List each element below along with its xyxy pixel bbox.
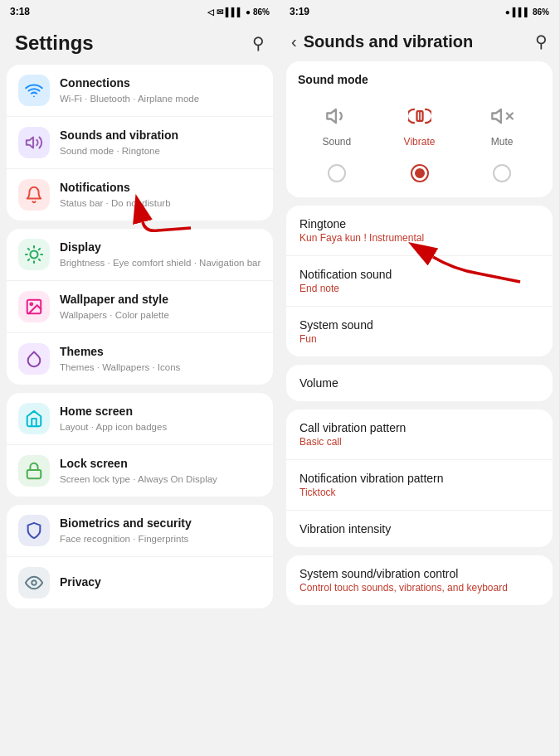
radio-vibrate-inner xyxy=(415,168,425,178)
radio-mute[interactable] xyxy=(493,164,511,182)
settings-title: Settings xyxy=(15,32,94,55)
settings-item-themes[interactable]: Themes Themes · Wallpapers · Icons xyxy=(7,333,273,385)
volume-title: Volume xyxy=(299,376,539,390)
sound-mode-label: Sound mode xyxy=(298,73,541,86)
settings-search-icon[interactable]: ⚲ xyxy=(252,33,265,53)
system-sound-value: Fun xyxy=(299,333,539,345)
call-vibration-item[interactable]: Call vibration pattern Basic call xyxy=(286,410,553,460)
svg-marker-19 xyxy=(493,109,502,123)
ringtone-group-card: Ringtone Kun Faya kun ! Instrumental Not… xyxy=(286,206,553,356)
settings-item-sounds[interactable]: Sounds and vibration Sound mode · Ringto… xyxy=(7,117,273,169)
home-title: Home screen xyxy=(60,404,261,419)
settings-group-1: Connections Wi-Fi · Bluetooth · Airplane… xyxy=(7,65,273,220)
connections-title: Connections xyxy=(60,75,261,90)
vibration-card: Call vibration pattern Basic call Notifi… xyxy=(286,410,553,547)
sounds-search-icon[interactable]: ⚲ xyxy=(535,32,548,51)
volume-item[interactable]: Volume xyxy=(286,365,553,401)
ringtone-item[interactable]: Ringtone Kun Faya kun ! Instrumental xyxy=(286,206,553,256)
left-phone-panel: 3:18 ◁ ✉ ▌▌▌ ● 86% Settings ⚲ xyxy=(0,0,280,756)
settings-item-biometrics[interactable]: Biometrics and security Face recognition… xyxy=(7,505,273,557)
sound-mode-btn-sound[interactable]: Sound xyxy=(298,98,376,153)
back-icon[interactable]: ‹ xyxy=(291,32,297,51)
r-wifi-icon: ● xyxy=(505,7,510,17)
privacy-title: Privacy xyxy=(60,574,261,589)
vibration-intensity-item[interactable]: Vibration intensity xyxy=(286,511,553,547)
signal-icon: ▌▌▌ xyxy=(226,7,243,17)
sound-mode-btn-mute[interactable]: Mute xyxy=(463,98,541,153)
settings-item-home[interactable]: Home screen Layout · App icon badges xyxy=(7,393,273,445)
location-icon: ◁ xyxy=(207,7,214,17)
connections-text: Connections Wi-Fi · Bluetooth · Airplane… xyxy=(60,75,261,104)
settings-list: Connections Wi-Fi · Bluetooth · Airplane… xyxy=(0,65,280,756)
radio-sound[interactable] xyxy=(328,164,346,182)
radio-vibrate[interactable] xyxy=(411,164,429,182)
display-icon xyxy=(18,239,50,270)
left-panel-wrapper: 3:18 ◁ ✉ ▌▌▌ ● 86% Settings ⚲ xyxy=(0,0,280,756)
settings-item-privacy[interactable]: Privacy xyxy=(7,557,273,608)
radio-wrap-vibrate xyxy=(381,164,459,182)
notification-sound-item[interactable]: Notification sound End note xyxy=(286,256,553,307)
themes-text: Themes Themes · Wallpapers · Icons xyxy=(60,344,261,373)
settings-group-2: Display Brightness · Eye comfort shield … xyxy=(7,229,273,385)
right-status-bar: 3:19 ● ▌▌▌ 86% xyxy=(280,0,559,23)
right-status-icons: ● ▌▌▌ 86% xyxy=(505,7,549,17)
mute-mode-label-text: Mute xyxy=(491,136,514,148)
svg-line-6 xyxy=(39,259,40,260)
volume-card: Volume xyxy=(286,365,553,401)
display-text: Display Brightness · Eye comfort shield … xyxy=(60,240,261,269)
display-subtitle: Brightness · Eye comfort shield · Naviga… xyxy=(60,257,261,269)
system-sound-title: System sound xyxy=(299,318,539,332)
wallpaper-icon xyxy=(18,291,50,322)
vibration-intensity-title: Vibration intensity xyxy=(299,522,539,536)
right-panel-wrapper: 3:19 ● ▌▌▌ 86% ‹ Sounds and vibration ⚲ … xyxy=(280,0,559,756)
sound-mode-label-text: Sound xyxy=(322,136,351,148)
biometrics-icon xyxy=(18,515,50,546)
themes-icon xyxy=(18,343,50,375)
settings-item-wallpaper[interactable]: Wallpaper and style Wallpapers · Color p… xyxy=(7,281,273,333)
notif-vibration-item[interactable]: Notification vibration pattern Ticktock xyxy=(286,460,553,511)
home-subtitle: Layout · App icon badges xyxy=(60,421,261,434)
connections-icon xyxy=(18,75,50,106)
call-vibration-value: Basic call xyxy=(299,436,539,448)
notification-sound-title: Notification sound xyxy=(299,268,539,281)
sounds-subtitle: Sound mode · Ringtone xyxy=(60,145,261,158)
system-control-card: System sound/vibration control Control t… xyxy=(286,555,553,605)
system-sound-item[interactable]: System sound Fun xyxy=(286,307,553,356)
whatsapp-icon: ✉ xyxy=(217,7,223,17)
sounds-header: ‹ Sounds and vibration ⚲ xyxy=(280,23,559,61)
r-battery-icon: 86% xyxy=(533,7,549,17)
sound-mode-radios xyxy=(298,164,541,182)
ringtone-value: Kun Faya kun ! Instrumental xyxy=(299,232,539,244)
sound-mode-buttons: Sound Vibrate Mute xyxy=(298,98,541,153)
settings-group-3: Home screen Layout · App icon badges Loc… xyxy=(7,393,273,497)
display-title: Display xyxy=(60,240,261,254)
lockscreen-title: Lock screen xyxy=(60,456,261,471)
radio-wrap-mute xyxy=(463,164,541,182)
sounds-text: Sounds and vibration Sound mode · Ringto… xyxy=(60,128,261,157)
svg-line-10 xyxy=(39,249,40,250)
svg-line-9 xyxy=(28,259,29,260)
sounds-title: Sounds and vibration xyxy=(60,128,261,143)
svg-point-0 xyxy=(33,95,35,97)
settings-item-notifications[interactable]: Notifications Status bar · Do not distur… xyxy=(7,169,273,220)
settings-item-connections[interactable]: Connections Wi-Fi · Bluetooth · Airplane… xyxy=(7,65,273,117)
home-icon xyxy=(18,403,50,434)
left-status-bar: 3:18 ◁ ✉ ▌▌▌ ● 86% xyxy=(0,0,280,23)
sound-mode-btn-vibrate[interactable]: Vibrate xyxy=(381,98,459,153)
settings-item-display[interactable]: Display Brightness · Eye comfort shield … xyxy=(7,229,273,281)
lockscreen-text: Lock screen Screen lock type · Always On… xyxy=(60,456,261,485)
svg-marker-16 xyxy=(327,109,336,123)
radio-wrap-sound xyxy=(298,164,376,182)
svg-point-14 xyxy=(32,580,37,585)
system-control-title: System sound/vibration control xyxy=(299,567,539,580)
mute-mode-icon xyxy=(490,104,514,133)
system-control-item[interactable]: System sound/vibration control Control t… xyxy=(286,555,553,605)
wallpaper-subtitle: Wallpapers · Color palette xyxy=(60,309,261,322)
sounds-icon xyxy=(18,127,50,158)
notifications-subtitle: Status bar · Do not disturb xyxy=(60,197,261,210)
vibrate-mode-label-text: Vibrate xyxy=(404,136,436,148)
notification-sound-value: End note xyxy=(299,283,539,294)
sounds-list: Sound mode Sound Vibrate xyxy=(280,61,559,756)
settings-item-lockscreen[interactable]: Lock screen Screen lock type · Always On… xyxy=(7,445,273,497)
sound-mode-icon xyxy=(325,104,348,133)
